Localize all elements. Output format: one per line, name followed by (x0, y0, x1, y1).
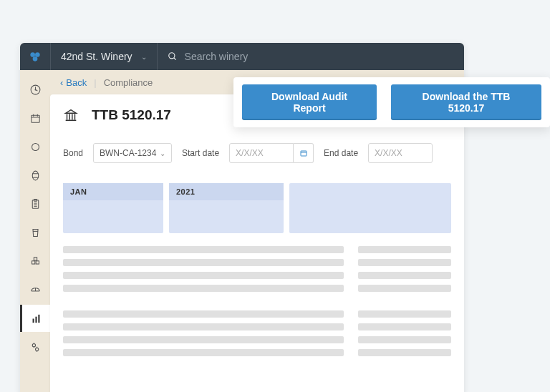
bond-label: Bond (63, 148, 83, 158)
page-title: TTB 5120.17 (92, 107, 171, 123)
search-wrap (158, 51, 464, 62)
period-card-extra (289, 183, 451, 233)
bond-select[interactable]: BWN-CA-1234 ⌄ (93, 143, 172, 163)
skeleton-line (63, 349, 344, 356)
skeleton-line (358, 310, 452, 318)
sidebar-item-glass[interactable] (20, 219, 50, 246)
action-buttons-card: Download Audit Report Download the TTB 5… (233, 77, 550, 127)
app-logo (20, 49, 50, 64)
sidebar-item-shipping[interactable] (20, 276, 50, 303)
svg-rect-23 (34, 257, 37, 260)
end-date-input[interactable]: X/X/XX (368, 143, 433, 163)
svg-rect-36 (301, 151, 307, 156)
sidebar-item-clipboard[interactable] (20, 190, 50, 217)
svg-point-2 (33, 57, 38, 62)
institution-icon (63, 107, 79, 123)
chevron-left-icon: ‹ (60, 77, 63, 88)
winery-selector[interactable]: 42nd St. Winery ⌄ (50, 43, 158, 70)
skeleton-line (63, 323, 344, 330)
sidebar-item-calendar[interactable] (20, 104, 50, 132)
sidebar-item-reports[interactable] (20, 305, 50, 332)
start-date-picker-button[interactable] (294, 143, 314, 163)
download-audit-button[interactable]: Download Audit Report (242, 84, 377, 120)
search-icon (168, 52, 178, 62)
svg-line-4 (173, 58, 175, 60)
sidebar-item-inventory[interactable] (20, 248, 50, 275)
sidebar-item-dashboard[interactable] (20, 76, 50, 103)
skeleton-line (63, 246, 344, 253)
winery-name: 42nd St. Winery (61, 51, 132, 62)
svg-point-30 (35, 348, 38, 351)
period-card-year: 2021 (169, 183, 284, 233)
chevron-down-icon: ⌄ (160, 150, 165, 157)
search-input[interactable] (185, 51, 454, 62)
svg-rect-26 (33, 318, 34, 323)
sidebar-item-circle[interactable] (20, 133, 50, 160)
period-month: JAN (63, 183, 163, 200)
chevron-down-icon: ⌄ (141, 53, 147, 61)
period-year: 2021 (169, 183, 284, 200)
back-link[interactable]: ‹ Back (60, 77, 87, 88)
skeleton-line (358, 272, 452, 279)
skeleton-line (358, 246, 452, 253)
skeleton-line (358, 285, 452, 292)
svg-rect-28 (38, 314, 39, 322)
end-date-label: End date (324, 148, 358, 158)
skeleton-line (63, 259, 344, 266)
back-label: Back (66, 77, 87, 88)
breadcrumb-divider: | (94, 77, 96, 88)
skeleton-line (63, 285, 344, 292)
bond-value: BWN-CA-1234 (100, 148, 156, 158)
start-date-label: Start date (182, 148, 219, 158)
content-panel: TTB 5120.17 Bond BWN-CA-1234 ⌄ Start dat… (50, 94, 464, 392)
svg-rect-7 (31, 115, 39, 122)
skeleton-line (358, 323, 452, 330)
svg-point-0 (30, 52, 35, 57)
svg-point-3 (168, 53, 174, 59)
breadcrumb-section: Compliance (104, 77, 153, 88)
skeleton-line (63, 272, 344, 279)
svg-point-6 (34, 89, 36, 90)
svg-point-12 (32, 171, 39, 180)
svg-rect-27 (35, 316, 37, 323)
sidebar-item-settings[interactable] (20, 333, 50, 361)
skeleton-line (358, 349, 452, 356)
download-ttb-button[interactable]: Download the TTB 5120.17 (391, 84, 541, 120)
sidebar (20, 70, 50, 392)
svg-point-29 (32, 343, 35, 346)
skeleton-line (63, 336, 344, 343)
calendar-icon (299, 149, 308, 157)
top-bar: 42nd St. Winery ⌄ (20, 43, 464, 70)
report-skeleton (63, 246, 451, 356)
skeleton-line (63, 310, 344, 318)
skeleton-line (358, 336, 452, 343)
sidebar-item-barrel[interactable] (20, 162, 50, 189)
svg-point-11 (32, 143, 39, 150)
svg-rect-21 (32, 260, 34, 263)
svg-rect-22 (36, 260, 39, 263)
start-date-input[interactable]: X/X/XX (229, 143, 294, 163)
period-card-month: JAN (63, 183, 163, 233)
svg-point-1 (35, 52, 40, 57)
skeleton-line (358, 259, 452, 266)
